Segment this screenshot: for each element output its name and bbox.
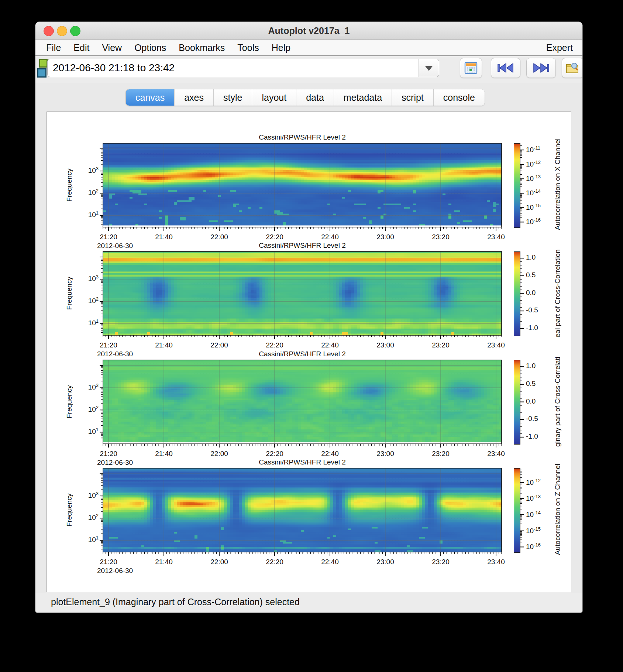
x-tick-label: 23:00 bbox=[369, 450, 402, 458]
plot-title: Cassini/RPWS/HFR Level 2 bbox=[103, 458, 502, 466]
x-tick-label: 23:00 bbox=[369, 233, 402, 241]
y-tick-label: 102 bbox=[73, 188, 99, 197]
colorbar-2 bbox=[514, 360, 525, 445]
x-tick-label: 23:00 bbox=[369, 558, 402, 566]
colorbar-tick-label: 1.0 bbox=[526, 362, 553, 370]
x-tick-label: 22:00 bbox=[203, 233, 236, 241]
colorbar-tick-label: 10-14 bbox=[526, 510, 553, 519]
x-tick-label: 21:40 bbox=[147, 558, 180, 566]
x-tick-label: 22:20 bbox=[258, 558, 291, 566]
rewind-icon bbox=[497, 62, 514, 73]
colorbar-tick-label: 0.5 bbox=[526, 271, 553, 279]
x-tick-label: 23:20 bbox=[424, 233, 457, 241]
x-tick-label: 23:40 bbox=[479, 233, 513, 241]
plot-title: Cassini/RPWS/HFR Level 2 bbox=[103, 241, 502, 250]
tab-axes[interactable]: axes bbox=[175, 89, 214, 106]
tab-script[interactable]: script bbox=[392, 89, 434, 106]
spectrogram-canvas-2[interactable] bbox=[98, 359, 507, 450]
open-data-button[interactable] bbox=[562, 58, 583, 78]
colorbar-tick-label: 10-11 bbox=[526, 145, 553, 154]
colorbar-tick-label: 10-14 bbox=[526, 188, 553, 197]
y-tick-label: 103 bbox=[73, 383, 99, 391]
calendar-button[interactable] bbox=[460, 58, 482, 78]
colorbar-axis-label: eal part of Cross-Correlation bbox=[553, 248, 562, 338]
colorbar-tick-label: 10-12 bbox=[526, 478, 553, 487]
time-range-input[interactable] bbox=[52, 59, 400, 77]
colorbar-tick-label: 0.0 bbox=[526, 289, 553, 297]
menu-options[interactable]: Options bbox=[128, 40, 172, 55]
x-tick-label: 22:20 bbox=[258, 341, 291, 349]
menu-edit[interactable]: Edit bbox=[67, 40, 96, 55]
x-tick-label: 22:00 bbox=[203, 450, 236, 458]
x-tick-label: 21:40 bbox=[147, 233, 180, 241]
y-tick-label: 101 bbox=[73, 210, 99, 219]
plot-canvas-area[interactable]: Cassini/RPWS/HFR Level 2Frequency1031021… bbox=[47, 112, 571, 592]
colorbar-tick-label: 10-16 bbox=[526, 542, 553, 551]
x-tick-label: 21:20 bbox=[92, 341, 125, 349]
chevron-down-icon bbox=[425, 66, 433, 71]
tab-metadata[interactable]: metadata bbox=[334, 89, 392, 106]
colorbar-3 bbox=[514, 468, 525, 553]
spectrogram-canvas-0[interactable] bbox=[98, 143, 507, 233]
menu-help[interactable]: Help bbox=[265, 40, 297, 55]
next-interval-button[interactable] bbox=[526, 58, 556, 78]
y-tick-label: 101 bbox=[73, 535, 99, 544]
x-tick-label: 23:00 bbox=[369, 341, 402, 349]
time-range-dropdown-button[interactable] bbox=[419, 59, 439, 77]
x-tick-label: 23:40 bbox=[479, 558, 513, 566]
x-tick-label: 21:20 bbox=[92, 558, 125, 566]
colorbar-axis-label: ginary part of Cross-Correlati bbox=[553, 357, 562, 447]
previous-interval-button[interactable] bbox=[491, 58, 520, 78]
status-message: plotElement_9 (Imaginary part of Cross-C… bbox=[51, 593, 300, 611]
status-indicator-blue-icon bbox=[37, 68, 47, 78]
x-tick-label: 22:40 bbox=[313, 233, 347, 241]
colorbar-tick-label: -1.0 bbox=[526, 324, 553, 332]
spectrogram-canvas-3[interactable] bbox=[98, 467, 507, 558]
title-bar: Autoplot v2017a_1 bbox=[35, 22, 582, 40]
tab-style[interactable]: style bbox=[214, 89, 252, 106]
x-tick-label: 22:40 bbox=[313, 450, 347, 458]
x-tick-label: 22:40 bbox=[313, 558, 347, 566]
x-tick-label: 22:00 bbox=[203, 341, 236, 349]
status-indicator-green-icon bbox=[39, 59, 48, 68]
x-axis-date-label: 2012-06-30 bbox=[97, 567, 133, 575]
tab-console[interactable]: console bbox=[434, 89, 485, 106]
plot-title: Cassini/RPWS/HFR Level 2 bbox=[103, 133, 502, 141]
colorbar-tick-label: -1.0 bbox=[526, 432, 553, 440]
tab-data[interactable]: data bbox=[296, 89, 334, 106]
y-tick-label: 102 bbox=[73, 513, 99, 522]
expert-mode-label[interactable]: Expert bbox=[546, 42, 582, 53]
colorbar-tick-label: -0.5 bbox=[526, 306, 553, 314]
x-tick-label: 21:40 bbox=[147, 450, 180, 458]
x-tick-label: 21:20 bbox=[92, 233, 125, 241]
spectrogram-canvas-1[interactable] bbox=[98, 251, 507, 341]
tab-layout[interactable]: layout bbox=[252, 89, 296, 106]
y-tick-label: 101 bbox=[73, 427, 99, 436]
toolbar bbox=[35, 56, 582, 83]
x-tick-label: 23:40 bbox=[479, 341, 513, 349]
y-tick-label: 102 bbox=[73, 405, 99, 414]
x-tick-label: 21:20 bbox=[92, 450, 125, 458]
y-tick-label: 103 bbox=[73, 491, 99, 500]
tab-canvas[interactable]: canvas bbox=[126, 89, 175, 106]
colorbar-tick-label: 1.0 bbox=[526, 253, 553, 261]
x-tick-label: 22:40 bbox=[313, 341, 347, 349]
y-tick-label: 101 bbox=[73, 318, 99, 327]
menu-bookmarks[interactable]: Bookmarks bbox=[172, 40, 231, 55]
menu-view[interactable]: View bbox=[96, 40, 128, 55]
colorbar-tick-label: -0.5 bbox=[526, 415, 553, 423]
x-tick-label: 21:40 bbox=[147, 341, 180, 349]
menu-tools[interactable]: Tools bbox=[231, 40, 265, 55]
fast-forward-icon bbox=[533, 62, 550, 73]
x-tick-label: 23:20 bbox=[424, 558, 457, 566]
colorbar-axis-label: Autocorrelation on X Channel bbox=[553, 140, 562, 230]
time-range-combobox[interactable] bbox=[47, 59, 439, 77]
menu-file[interactable]: File bbox=[40, 40, 67, 55]
x-tick-label: 22:20 bbox=[258, 450, 291, 458]
colorbar-tick-label: 0.0 bbox=[526, 397, 553, 405]
menu-bar: File Edit View Options Bookmarks Tools H… bbox=[35, 40, 582, 56]
colorbar-tick-label: 0.5 bbox=[526, 380, 553, 388]
x-tick-label: 23:20 bbox=[424, 341, 457, 349]
x-tick-label: 23:40 bbox=[479, 450, 513, 458]
colorbar-1 bbox=[514, 251, 525, 336]
